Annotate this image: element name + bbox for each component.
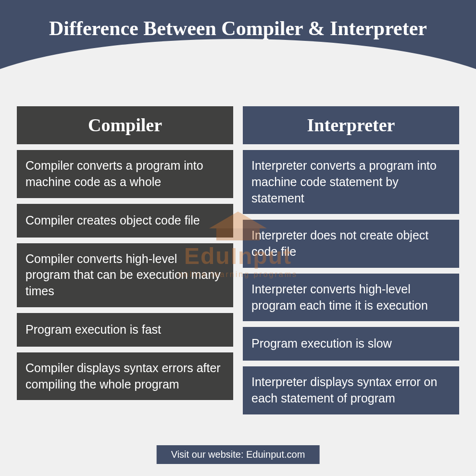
compiler-column: Compiler Compiler converts a program int… <box>17 106 233 414</box>
comparison-table: Compiler Compiler converts a program int… <box>0 96 476 414</box>
table-row: Program execution is slow <box>243 327 459 361</box>
interpreter-column: Interpreter Interpreter converts a progr… <box>243 106 459 414</box>
compiler-header: Compiler <box>17 106 233 144</box>
header-banner: Difference Between Compiler & Interprete… <box>0 0 476 106</box>
table-row: Program execution is fast <box>17 313 233 347</box>
table-row: Compiler creates object code file <box>17 204 233 238</box>
table-row: Compiler displays syntax errors after co… <box>17 352 233 401</box>
table-row: Interpreter does not create object code … <box>243 220 459 268</box>
footer-banner: Visit our website: Eduinput.com <box>157 445 320 464</box>
table-row: Interpreter converts a program into mach… <box>243 150 459 214</box>
table-row: Interpreter converts high-level program … <box>243 274 459 322</box>
interpreter-header: Interpreter <box>243 106 459 144</box>
page-title: Difference Between Compiler & Interprete… <box>49 17 427 40</box>
table-row: Compiler converts a program into machine… <box>17 150 233 198</box>
table-row: Interpreter displays syntax error on eac… <box>243 366 459 414</box>
table-row: Compiler converts high-level program tha… <box>17 243 233 307</box>
